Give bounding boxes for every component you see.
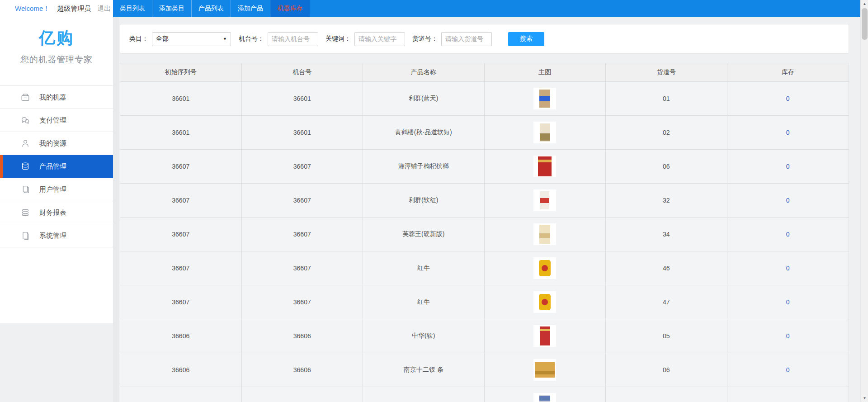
stock-link[interactable]: 0 [786, 231, 790, 238]
column-header-3: 产品名称 [363, 63, 485, 82]
page-scrollbar[interactable]: ▲ ▼ [860, 0, 868, 402]
main-image-cell [485, 116, 606, 150]
sidebar-item-1[interactable]: 我的机器 [0, 86, 113, 109]
stock-cell: 0 [727, 82, 849, 116]
column-header-1: 初始序列号 [120, 63, 242, 82]
stock-cell: 0 [727, 116, 849, 150]
channel-no-cell: 34 [606, 218, 727, 251]
column-header-2: 机台号 [242, 63, 363, 82]
channel-no-cell: 32 [606, 184, 727, 218]
stock-link[interactable]: 0 [786, 197, 790, 204]
serial-cell: 36606 [120, 353, 242, 387]
product-thumbnail [533, 325, 556, 347]
column-header-4: 主图 [485, 63, 606, 82]
channel-no-cell: 01 [606, 82, 727, 116]
stock-link[interactable]: 0 [786, 95, 790, 102]
product-thumbnail [533, 189, 556, 211]
table-row: 3660636606中华(软)050 [120, 319, 849, 353]
product-name-cell: 黄鹤楼(秋·品道软短) [363, 116, 485, 150]
machine-no-input[interactable] [268, 32, 318, 46]
stock-cell: 0 [727, 319, 849, 353]
product-name-cell [363, 387, 485, 402]
category-select[interactable]: 全部 ▼ [152, 32, 231, 46]
category-label: 类目： [129, 35, 148, 43]
table-row: 3660136601黄鹤楼(秋·品道软短)020 [120, 116, 849, 150]
product-thumbnail [533, 88, 556, 109]
table-row: 3660636606南京十二钗 条060 [120, 353, 849, 387]
logout-link[interactable]: 退出 [97, 5, 111, 13]
chevron-down-icon: ▼ [223, 37, 227, 41]
sidebar-item-label: 产品管理 [39, 162, 66, 171]
product-name-cell: 利群(软红) [363, 184, 485, 218]
sidebar-item-2[interactable]: 支付管理 [0, 109, 113, 132]
product-thumbnail [533, 156, 556, 177]
channel-no-cell: 47 [606, 285, 727, 319]
serial-cell: 36606 [120, 319, 242, 353]
machine-no-cell [242, 387, 363, 402]
main-image-cell [485, 387, 606, 402]
table-row: 3660736607芙蓉王(硬新版)340 [120, 218, 849, 251]
sidebar-item-label: 用户管理 [39, 185, 66, 194]
column-header-5: 货道号 [606, 63, 727, 82]
nav-tab-5[interactable]: 机器库存 [270, 0, 310, 17]
main-image-cell [485, 150, 606, 184]
machine-no-cell: 36607 [242, 251, 363, 285]
sidebar: Welcome！ 超级管理员 退出 亿购 您的机器管理专家 我的机器支付管理我的… [0, 0, 113, 323]
table-row: 3660136601利群(蓝天)010 [120, 82, 849, 116]
keyword-input[interactable] [354, 32, 405, 46]
nav-tab-3[interactable]: 产品列表 [192, 0, 231, 17]
nav-tab-4[interactable]: 添加产品 [231, 0, 270, 17]
sidebar-item-3[interactable]: 我的资源 [0, 132, 113, 155]
machine-no-cell: 36601 [242, 82, 363, 116]
table-row: 3660736607红牛470 [120, 285, 849, 319]
app-tagline: 您的机器管理专家 [0, 54, 113, 66]
product-name-cell: 利群(蓝天) [363, 82, 485, 116]
table-header-row: 初始序列号机台号产品名称主图货道号库存 [120, 63, 849, 82]
serial-cell: 36607 [120, 285, 242, 319]
payment-icon [20, 115, 30, 125]
column-header-6: 库存 [727, 63, 849, 82]
sidebar-scrollbar-track[interactable] [113, 17, 119, 402]
sidebar-item-5[interactable]: 用户管理 [0, 178, 113, 201]
channel-no-cell [606, 387, 727, 402]
machine-no-input-label: 机台号： [239, 35, 264, 43]
scroll-down-arrow-icon[interactable]: ▼ [861, 394, 868, 402]
welcome-bar: Welcome！ 超级管理员 退出 [0, 0, 113, 17]
channel-no-cell: 06 [606, 150, 727, 184]
nav-tab-1[interactable]: 类目列表 [113, 0, 152, 17]
main-image-cell [485, 82, 606, 116]
main-image-cell [485, 251, 606, 285]
stock-cell: 0 [727, 150, 849, 184]
scrollbar-thumb[interactable] [862, 8, 868, 40]
serial-cell: 36607 [120, 251, 242, 285]
stock-cell: 0 [727, 184, 849, 218]
app-logo: 亿购 [0, 27, 113, 49]
sidebar-item-label: 我的机器 [39, 93, 66, 102]
sidebar-item-7[interactable]: 系统管理 [0, 224, 113, 247]
sidebar-item-label: 我的资源 [39, 139, 66, 148]
sidebar-item-4[interactable]: 产品管理 [0, 155, 113, 178]
stock-link[interactable]: 0 [786, 265, 790, 272]
channel-no-cell: 05 [606, 319, 727, 353]
stock-link[interactable]: 0 [786, 163, 790, 170]
product-thumbnail [533, 291, 556, 313]
stock-link[interactable]: 0 [786, 366, 790, 374]
scroll-up-arrow-icon[interactable]: ▲ [861, 0, 868, 8]
current-user: 超级管理员 [57, 5, 91, 13]
stock-link[interactable]: 0 [786, 332, 790, 340]
search-button[interactable]: 搜索 [508, 32, 544, 46]
database-icon [20, 161, 30, 171]
channel-no-input-label: 货道号： [412, 35, 438, 43]
nav-tab-2[interactable]: 添加类目 [152, 0, 192, 17]
machine-no-cell: 36607 [242, 285, 363, 319]
stock-link[interactable]: 0 [786, 129, 790, 136]
sidebar-item-6[interactable]: 财务报表 [0, 201, 113, 224]
product-name-cell: 芙蓉王(硬新版) [363, 218, 485, 251]
product-thumbnail [533, 359, 556, 381]
stock-link[interactable]: 0 [786, 298, 790, 306]
machine-no-cell: 36607 [242, 218, 363, 251]
machine-no-cell: 36607 [242, 150, 363, 184]
serial-cell: 36607 [120, 184, 242, 218]
channel-no-input[interactable] [441, 32, 492, 46]
product-name-cell: 红牛 [363, 251, 485, 285]
